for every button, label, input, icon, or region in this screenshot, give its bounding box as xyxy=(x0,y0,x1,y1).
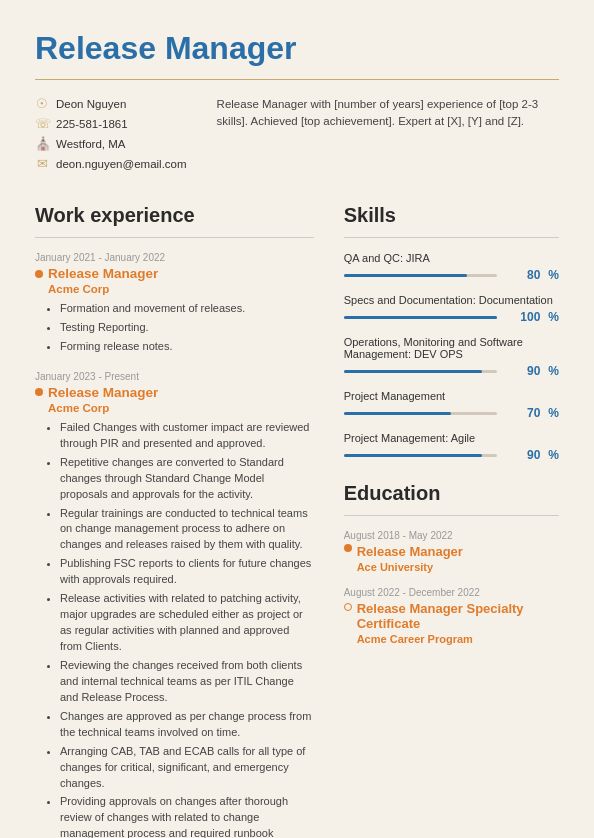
bullet-item: Forming release notes. xyxy=(60,339,314,355)
job-date-1: January 2021 - January 2022 xyxy=(35,252,314,263)
skill-bar-fill-4 xyxy=(344,454,482,457)
skill-pct-1: 100 xyxy=(505,310,540,324)
skill-bar-bg-1 xyxy=(344,316,498,319)
contact-email: ✉ deon.nguyen@email.com xyxy=(35,156,187,171)
skill-bar-bg-4 xyxy=(344,454,498,457)
job-bullets-1: Formation and movement of releases. Test… xyxy=(48,301,314,355)
company-1: Acme Corp xyxy=(48,283,314,295)
skill-label-4: Project Management: Agile xyxy=(344,432,559,444)
summary-text: Release Manager with [number of years] e… xyxy=(217,96,559,176)
bullet-item: Failed Changes with customer impact are … xyxy=(60,420,314,452)
contact-location: ⛪ Westford, MA xyxy=(35,136,187,151)
skill-pct-4: 90 xyxy=(505,448,540,462)
skill-label-2: Operations, Monitoring and Software Mana… xyxy=(344,336,559,360)
skill-bar-bg-2 xyxy=(344,370,498,373)
edu-hollow-dot-1 xyxy=(344,603,352,611)
skill-bar-fill-0 xyxy=(344,274,467,277)
work-divider xyxy=(35,237,314,238)
skill-item-2: Operations, Monitoring and Software Mana… xyxy=(344,336,559,378)
company-2: Acme Corp xyxy=(48,402,314,414)
skill-bar-fill-1 xyxy=(344,316,498,319)
skill-bar-row-4: 90% xyxy=(344,448,559,462)
work-experience-section: Work experience January 2021 - January 2… xyxy=(35,200,314,838)
skill-bar-bg-0 xyxy=(344,274,498,277)
skill-item-0: QA and QC: JIRA 80% xyxy=(344,252,559,282)
skill-item-3: Project Management 70% xyxy=(344,390,559,420)
contact-phone: ☏ 225-581-1861 xyxy=(35,116,187,131)
bullet-item: Arranging CAB, TAB and ECAB calls for al… xyxy=(60,744,314,792)
edu-date-0: August 2018 - May 2022 xyxy=(344,530,559,541)
bullet-item: Release activities with related to patch… xyxy=(60,591,314,655)
job-title-2: Release Manager xyxy=(35,385,314,400)
education-section: Education August 2018 - May 2022 Release… xyxy=(344,482,559,645)
skill-pct-2: 90 xyxy=(505,364,540,378)
edu-bullet-0 xyxy=(344,544,352,552)
bullet-dot-2 xyxy=(35,388,43,396)
edu-title-0: Release Manager xyxy=(344,544,559,559)
bullet-item: Changes are approved as per change proce… xyxy=(60,709,314,741)
skills-section: Skills QA and QC: JIRA 80% Specs and Doc… xyxy=(344,204,559,462)
pct-sign-2: % xyxy=(548,364,559,378)
skill-bar-row-3: 70% xyxy=(344,406,559,420)
job-entry-2: January 2023 - Present Release Manager A… xyxy=(35,371,314,838)
job-date-2: January 2023 - Present xyxy=(35,371,314,382)
bullet-item: Regular trainings are conducted to techn… xyxy=(60,506,314,554)
email-icon: ✉ xyxy=(35,156,49,171)
work-experience-title: Work experience xyxy=(35,204,314,227)
edu-entry-1: August 2022 - December 2022 Release Mana… xyxy=(344,587,559,645)
main-content: Work experience January 2021 - January 2… xyxy=(35,200,559,838)
pct-sign-3: % xyxy=(548,406,559,420)
bullet-dot-1 xyxy=(35,270,43,278)
skill-bar-bg-3 xyxy=(344,412,498,415)
person-icon: ☉ xyxy=(35,96,49,111)
education-title: Education xyxy=(344,482,559,505)
edu-school-0: Ace University xyxy=(357,561,559,573)
bullet-item: Providing approvals on changes after tho… xyxy=(60,794,314,838)
page-title: Release Manager xyxy=(35,30,559,67)
edu-title-1: Release Manager Specialty Certificate xyxy=(344,601,559,631)
edu-date-1: August 2022 - December 2022 xyxy=(344,587,559,598)
skill-label-3: Project Management xyxy=(344,390,559,402)
location-icon: ⛪ xyxy=(35,136,49,151)
skills-divider xyxy=(344,237,559,238)
skill-bar-row-0: 80% xyxy=(344,268,559,282)
bullet-item: Publishing FSC reports to clients for fu… xyxy=(60,556,314,588)
skill-label-0: QA and QC: JIRA xyxy=(344,252,559,264)
skill-label-1: Specs and Documentation: Documentation xyxy=(344,294,559,306)
skill-item-1: Specs and Documentation: Documentation 1… xyxy=(344,294,559,324)
pct-sign-1: % xyxy=(548,310,559,324)
right-column: Skills QA and QC: JIRA 80% Specs and Doc… xyxy=(344,200,559,838)
skill-bar-fill-3 xyxy=(344,412,452,415)
job-bullets-2: Failed Changes with customer impact are … xyxy=(48,420,314,838)
pct-sign-0: % xyxy=(548,268,559,282)
header-section: ☉ Deon Nguyen ☏ 225-581-1861 ⛪ Westford,… xyxy=(35,96,559,176)
edu-school-1: Acme Career Program xyxy=(357,633,559,645)
bullet-item: Reviewing the changes received from both… xyxy=(60,658,314,706)
education-divider xyxy=(344,515,559,516)
job-entry-1: January 2021 - January 2022 Release Mana… xyxy=(35,252,314,355)
skill-bar-row-1: 100% xyxy=(344,310,559,324)
header-divider xyxy=(35,79,559,80)
skill-bar-row-2: 90% xyxy=(344,364,559,378)
pct-sign-4: % xyxy=(548,448,559,462)
job-title-1: Release Manager xyxy=(35,266,314,281)
phone-icon: ☏ xyxy=(35,116,49,131)
bullet-item: Repetitive changes are converted to Stan… xyxy=(60,455,314,503)
contact-name: ☉ Deon Nguyen xyxy=(35,96,187,111)
bullet-item: Testing Reporting. xyxy=(60,320,314,336)
edu-entry-0: August 2018 - May 2022 Release Manager A… xyxy=(344,530,559,573)
skills-title: Skills xyxy=(344,204,559,227)
bullet-item: Formation and movement of releases. xyxy=(60,301,314,317)
skill-pct-0: 80 xyxy=(505,268,540,282)
skill-bar-fill-2 xyxy=(344,370,482,373)
contact-info: ☉ Deon Nguyen ☏ 225-581-1861 ⛪ Westford,… xyxy=(35,96,187,176)
skill-item-4: Project Management: Agile 90% xyxy=(344,432,559,462)
skill-pct-3: 70 xyxy=(505,406,540,420)
